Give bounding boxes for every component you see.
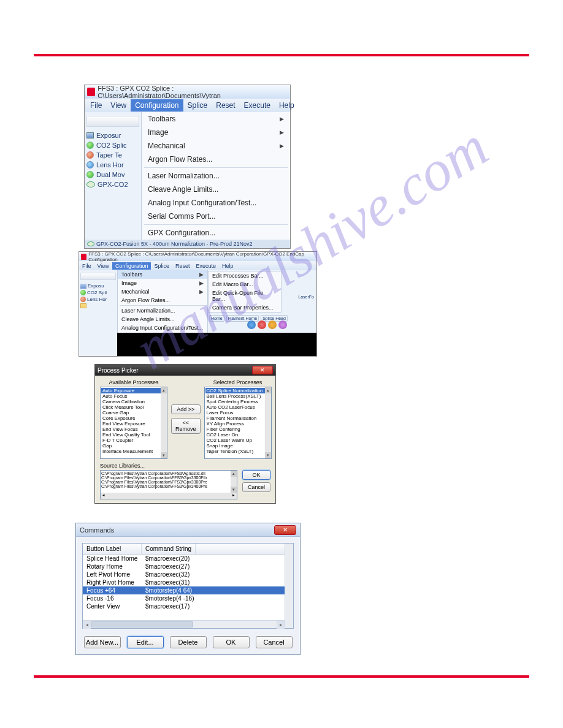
- table-row[interactable]: Rotary Home$macroexec(27): [83, 563, 293, 571]
- menu-execute[interactable]: Execute: [240, 99, 275, 112]
- menu-reset[interactable]: Reset: [212, 99, 239, 112]
- circle-red-icon[interactable]: [258, 320, 266, 329]
- menu-item-cleave-angle[interactable]: Cleave Angle Limits...: [142, 183, 290, 196]
- list-item[interactable]: Auto Focus: [101, 393, 166, 399]
- scroll-right-icon[interactable]: ▸: [231, 493, 237, 499]
- source-listbox[interactable]: C:\Program Files\Vytran Corporation\FFS3…: [100, 470, 237, 499]
- list-item[interactable]: C:\Program Files\Vytran Corporation\FFS3…: [101, 480, 236, 484]
- close-button[interactable]: ✕: [252, 366, 273, 374]
- menu-item-image[interactable]: Image▶: [142, 126, 290, 139]
- remove-button[interactable]: << Remove: [171, 418, 201, 434]
- scroll-right-icon[interactable]: ▸: [277, 621, 285, 629]
- list-item[interactable]: CO2 Laser On: [205, 432, 270, 438]
- menu-item-argon[interactable]: Argon Flow Rates...: [118, 296, 207, 305]
- table-row[interactable]: Center View$macroexec(17): [83, 602, 293, 610]
- scrollbar-horizontal[interactable]: ◂ ▸: [83, 620, 285, 628]
- list-item[interactable]: Filament Normalisation: [205, 415, 270, 421]
- menu-help[interactable]: Help: [275, 99, 299, 112]
- menu-item-toolbars[interactable]: Toolbars▶: [118, 270, 207, 279]
- list-item[interactable]: Coarse Gap: [101, 410, 166, 415]
- menu-item-gpx-config[interactable]: GPX Configuration...: [142, 226, 290, 240]
- table-row-selected[interactable]: Focus +64$motorstep(4 64): [83, 586, 293, 594]
- menu-configuration[interactable]: Configuration: [131, 99, 183, 112]
- list-item[interactable]: Core Exposure: [101, 415, 166, 421]
- available-listbox[interactable]: Auto Exposure Auto Focus Camera Calibrat…: [100, 387, 167, 459]
- scrollbar-vertical[interactable]: ▴▾: [161, 387, 167, 458]
- list-item[interactable]: Auto Exposure: [101, 388, 166, 393]
- cancel-button[interactable]: Cancel: [256, 636, 293, 648]
- list-item[interactable]: C:\Program Files\Vytran Corporation\FFS3…: [101, 484, 236, 488]
- menu-item-camera-bar[interactable]: Camera Bar Properties...: [209, 303, 281, 312]
- menu-item-analog-input[interactable]: Analog Input Configuration/Test...: [142, 196, 290, 210]
- menu-item-edit-quick-open[interactable]: Edit Quick-Open File Bar...: [209, 289, 281, 303]
- menu-item-cleave-angle[interactable]: Cleave Angle Limits...: [118, 315, 207, 324]
- sidebar-gpx[interactable]: GPX-CO2: [86, 180, 139, 189]
- menu-file[interactable]: File: [79, 262, 94, 270]
- column-button-label[interactable]: Button Label: [83, 544, 142, 554]
- list-item[interactable]: Snap Image: [205, 443, 270, 449]
- menu-splice[interactable]: Splice: [151, 262, 172, 270]
- list-item[interactable]: Laser Focus: [205, 410, 270, 415]
- menu-view[interactable]: View: [106, 99, 131, 112]
- list-item[interactable]: Taper Tension (XSLT): [205, 449, 270, 454]
- list-item[interactable]: CO2 Splice Normalization: [205, 388, 270, 393]
- list-item[interactable]: XY Align Process: [205, 421, 270, 427]
- menu-item-serial-comms[interactable]: Serial Comms Port...: [142, 210, 290, 223]
- list-item[interactable]: End View Exposure: [101, 421, 166, 427]
- add-new-button[interactable]: Add New...: [84, 636, 121, 648]
- scrollbar-vertical[interactable]: ▴▾: [265, 387, 271, 458]
- list-item[interactable]: CO2 Laser Warm Up: [205, 438, 270, 443]
- list-item[interactable]: End View Quality Tool: [101, 432, 166, 438]
- sidebar-co2[interactable]: CO2 Spli: [80, 289, 116, 296]
- menu-view[interactable]: View: [94, 262, 112, 270]
- sidebar-lens[interactable]: Lens Hor: [80, 296, 116, 303]
- menu-item-mechanical[interactable]: Mechanical▶: [118, 287, 207, 296]
- menu-item-edit-processes-bar[interactable]: Edit Processes Bar...: [209, 271, 281, 280]
- list-item[interactable]: Click Measure Tool: [101, 404, 166, 410]
- ok-button[interactable]: OK: [213, 636, 250, 648]
- list-item[interactable]: Auto CO2 LaserFocus: [205, 404, 270, 410]
- menu-item-image[interactable]: Image▶: [118, 279, 207, 287]
- list-item[interactable]: C:\Program Files\Vytran Corporation\FFS3…: [101, 471, 236, 476]
- table-row[interactable]: Right Pivot Home$macroexec(31): [83, 578, 293, 586]
- add-button[interactable]: Add >>: [171, 404, 201, 414]
- sidebar-bottom-item[interactable]: GPX-CO2-Fusion 5X - 400um Normalization …: [85, 240, 290, 248]
- scroll-down-icon[interactable]: ▾: [231, 487, 237, 493]
- list-item[interactable]: C:\Program Files\Vytran Corporation\FFS3…: [101, 476, 236, 480]
- scroll-down-icon[interactable]: ▾: [265, 452, 271, 458]
- list-item[interactable]: Fiber Centering: [205, 427, 270, 432]
- list-item[interactable]: F-D T Coupler: [101, 438, 166, 443]
- sidebar-dual[interactable]: Dual Mov: [86, 170, 139, 180]
- circle-blue-icon[interactable]: [247, 320, 256, 329]
- toolbar-home-button[interactable]: Home: [209, 315, 224, 322]
- menu-reset[interactable]: Reset: [172, 262, 193, 270]
- sidebar-co2-splice[interactable]: CO2 Splic: [86, 140, 139, 150]
- sidebar-exposure[interactable]: Exposu: [80, 282, 116, 289]
- list-item[interactable]: Camera Calibration: [101, 399, 166, 404]
- menu-item-mechanical[interactable]: Mechanical▶: [142, 139, 290, 153]
- column-command-string[interactable]: Command String: [142, 544, 196, 554]
- menu-item-analog-input[interactable]: Analog Input Configuration/Test...: [118, 324, 207, 332]
- ok-button[interactable]: OK: [242, 470, 270, 480]
- circle-orange-icon[interactable]: [268, 320, 277, 329]
- menu-item-edit-macro-bar[interactable]: Edit Macro Bar...: [209, 280, 281, 289]
- list-item[interactable]: Ball Lens Process(XSLT): [205, 393, 270, 399]
- selected-listbox[interactable]: CO2 Splice Normalization Ball Lens Proce…: [204, 387, 272, 459]
- sidebar-exposure[interactable]: Exposur: [86, 131, 139, 140]
- list-item[interactable]: Interface Measurement: [101, 449, 166, 454]
- cancel-button[interactable]: Cancel: [242, 482, 270, 492]
- scroll-up-icon[interactable]: ▴: [161, 387, 167, 393]
- sidebar-folder[interactable]: [80, 303, 116, 309]
- scrollbar-vertical-track[interactable]: [285, 544, 293, 628]
- table-row[interactable]: Focus -16$motorstep(4 -16): [83, 594, 293, 602]
- menu-item-laser-normalization[interactable]: Laser Normalization...: [142, 169, 290, 183]
- scroll-up-icon[interactable]: ▴: [231, 471, 237, 477]
- circle-purple-icon[interactable]: [278, 320, 287, 329]
- menu-item-toolbars[interactable]: Toolbars▶: [142, 112, 290, 126]
- scrollbar-horizontal[interactable]: ◂▸: [101, 493, 237, 499]
- scroll-left-icon[interactable]: ◂: [83, 621, 91, 629]
- scroll-up-icon[interactable]: ▴: [265, 387, 271, 393]
- menu-help[interactable]: Help: [219, 262, 237, 270]
- sidebar-lens[interactable]: Lens Hor: [86, 160, 139, 170]
- list-item[interactable]: End View Focus: [101, 427, 166, 432]
